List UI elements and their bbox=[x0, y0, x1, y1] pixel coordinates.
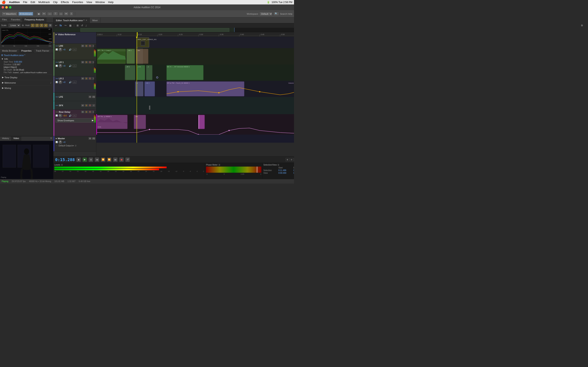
lr2-surround[interactable]: (≈) bbox=[72, 81, 77, 83]
info-header[interactable]: ▼ Info bbox=[1, 57, 52, 60]
undo-btn[interactable]: ↩ bbox=[54, 24, 58, 27]
search-icon-btn[interactable]: 🔍 bbox=[273, 12, 279, 16]
forward-button[interactable]: ⏩ bbox=[107, 157, 112, 162]
tab-history[interactable]: History bbox=[0, 136, 11, 141]
tab-mixer[interactable]: Mixer bbox=[90, 17, 100, 23]
meter-btn[interactable]: ▦ bbox=[68, 24, 72, 27]
master-volume-knob[interactable] bbox=[59, 140, 62, 144]
rear-solo[interactable]: S bbox=[85, 110, 88, 113]
tab-favorites[interactable]: Favorites bbox=[9, 17, 22, 22]
tab-track-panner[interactable]: Track Panner bbox=[34, 49, 52, 53]
record-button[interactable]: ⏺ bbox=[119, 157, 124, 162]
lfe-surround[interactable]: (S) bbox=[92, 95, 95, 98]
lr0-pan-knob[interactable]: 🔊 bbox=[69, 48, 72, 51]
hold-btn-1[interactable]: 1 bbox=[31, 24, 35, 27]
lr0-rec[interactable]: R bbox=[88, 44, 92, 47]
close-button[interactable] bbox=[2, 6, 4, 8]
pause-button[interactable]: ⏸ bbox=[89, 157, 93, 162]
show-envelopes-button[interactable]: Show Envelopes ▶ bbox=[56, 118, 95, 123]
effects-menu[interactable]: Effects bbox=[61, 1, 69, 4]
snap-btn[interactable]: ⊞ bbox=[76, 24, 79, 27]
master-surround[interactable]: (S) bbox=[92, 137, 95, 140]
tab-properties[interactable]: Properties bbox=[19, 49, 34, 53]
multitrack-button[interactable]: ⊞ Multitrack bbox=[18, 12, 33, 16]
levels-menu[interactable]: ☰ bbox=[61, 164, 63, 166]
lr1-surround[interactable]: (≈) bbox=[72, 64, 77, 67]
hold-btn-4[interactable]: 4 bbox=[44, 24, 48, 27]
lr1-rec[interactable]: R bbox=[88, 61, 92, 64]
lr1-volume-knob[interactable] bbox=[59, 64, 62, 68]
phase-menu[interactable]: ☰ bbox=[218, 164, 220, 166]
rear-rec[interactable]: R bbox=[88, 110, 92, 113]
pencil-toolbar-btn[interactable]: ✏ bbox=[64, 12, 69, 16]
tab-media-browser[interactable]: Media Browser bbox=[0, 49, 19, 53]
stop-button[interactable]: ■ bbox=[76, 157, 81, 162]
metronome-header[interactable]: ▶ Metronome ♩ bbox=[1, 81, 52, 84]
lr0-mute[interactable]: M bbox=[81, 44, 84, 47]
window-menu[interactable]: Window bbox=[95, 1, 105, 4]
tab-editor-session[interactable]: Editor: Touch Audition.sesx * ✕ bbox=[53, 17, 90, 23]
waveform-button[interactable]: 〜 Waveform bbox=[2, 12, 17, 16]
rear-volume-knob[interactable] bbox=[58, 113, 63, 118]
lr0-surround[interactable]: (≈) bbox=[72, 48, 77, 51]
time-display-header[interactable]: ▶ Time Display bbox=[1, 76, 52, 79]
rear-surround[interactable]: (≈) bbox=[72, 114, 77, 117]
output-mute-icon[interactable]: ∅ bbox=[75, 145, 77, 147]
multitrack-menu[interactable]: Multitrack bbox=[38, 1, 50, 4]
hold-btn-2[interactable]: 2 bbox=[35, 24, 39, 27]
lr2-solo[interactable]: S bbox=[85, 77, 88, 80]
sfx-mute[interactable]: M bbox=[81, 104, 84, 107]
loop-btn[interactable]: ↺ bbox=[80, 24, 84, 27]
view-menu[interactable]: View bbox=[86, 1, 92, 4]
lfe-mute[interactable]: M bbox=[88, 95, 92, 98]
copy-icon[interactable]: ⧉ bbox=[22, 24, 24, 27]
file-menu[interactable]: File bbox=[23, 1, 27, 4]
fx-btn[interactable]: fx bbox=[59, 24, 63, 27]
lr0-volume-knob[interactable] bbox=[59, 48, 62, 51]
lr1-solo[interactable]: S bbox=[85, 61, 88, 64]
hold-btn-3[interactable]: 3 bbox=[40, 24, 43, 27]
lr2-volume-knob[interactable] bbox=[59, 80, 62, 84]
edit-menu[interactable]: Edit bbox=[31, 1, 35, 4]
select-toolbar-btn[interactable]: ↔ bbox=[47, 12, 52, 16]
minimize-button[interactable] bbox=[5, 6, 8, 8]
output-arrow[interactable]: ▶ bbox=[72, 145, 74, 147]
loop-button[interactable]: ↺ bbox=[125, 157, 130, 162]
sfx-input[interactable]: I bbox=[92, 104, 95, 107]
favorites-menu[interactable]: Favorites bbox=[72, 1, 83, 4]
lr2-rec[interactable]: R bbox=[88, 77, 92, 80]
tab-frequency-analysis[interactable]: Frequency Analysis bbox=[22, 17, 46, 22]
lr2-pan[interactable]: 🔊 bbox=[69, 81, 72, 83]
workspace-select[interactable]: Default bbox=[259, 12, 273, 16]
trim-toolbar-btn[interactable]: ⊤ bbox=[53, 12, 58, 16]
skip-back-button[interactable]: ⏮ bbox=[95, 157, 99, 162]
tab-video[interactable]: Video bbox=[11, 136, 21, 141]
master-mute[interactable]: M bbox=[88, 137, 92, 140]
lr1-mute[interactable]: M bbox=[81, 61, 84, 64]
lr1-pan[interactable]: 🔊 bbox=[69, 65, 72, 67]
selection-menu[interactable]: ☰ bbox=[277, 164, 279, 166]
metronome-btn[interactable]: ♩ bbox=[85, 24, 87, 27]
rewind-button[interactable]: ⏪ bbox=[101, 157, 105, 162]
lasso-toolbar-btn[interactable]: ○ bbox=[59, 12, 63, 16]
tab-files[interactable]: Files bbox=[0, 17, 9, 22]
zoom-out-time[interactable]: ⊟ bbox=[290, 158, 293, 161]
play-button[interactable]: ▶ bbox=[82, 157, 87, 162]
envelope-btn[interactable]: 〜 bbox=[63, 24, 68, 27]
overview-bar[interactable]: ⚙ bbox=[53, 28, 294, 32]
rear-pan[interactable]: 🔊 bbox=[69, 114, 72, 117]
scale-select[interactable]: Linear bbox=[9, 24, 20, 27]
maximize-button[interactable] bbox=[9, 6, 11, 8]
video-menu-icon[interactable]: ☰ bbox=[49, 136, 53, 141]
brush-toolbar-btn[interactable]: ⌇ bbox=[69, 12, 73, 16]
apple-menu[interactable]: 🍎 bbox=[2, 0, 6, 4]
tracks-scrollable[interactable]: A001_C007_1209G5_001 DP – To...\- Loop 1 bbox=[96, 37, 294, 156]
stop-toolbar-btn[interactable]: ■ bbox=[37, 12, 41, 16]
time-ruler[interactable]: 0:05.0 0:10 0:15 0:20 0:25 0:30 0:35 bbox=[96, 32, 294, 37]
lr2-mute[interactable]: M bbox=[81, 77, 84, 80]
sfx-solo[interactable]: S bbox=[85, 104, 88, 107]
help-menu[interactable]: Help bbox=[108, 1, 113, 4]
skip-forward-button[interactable]: ⏭ bbox=[113, 157, 118, 162]
lr0-solo[interactable]: S bbox=[85, 44, 88, 47]
search-help-button[interactable]: Search Help bbox=[280, 13, 292, 15]
